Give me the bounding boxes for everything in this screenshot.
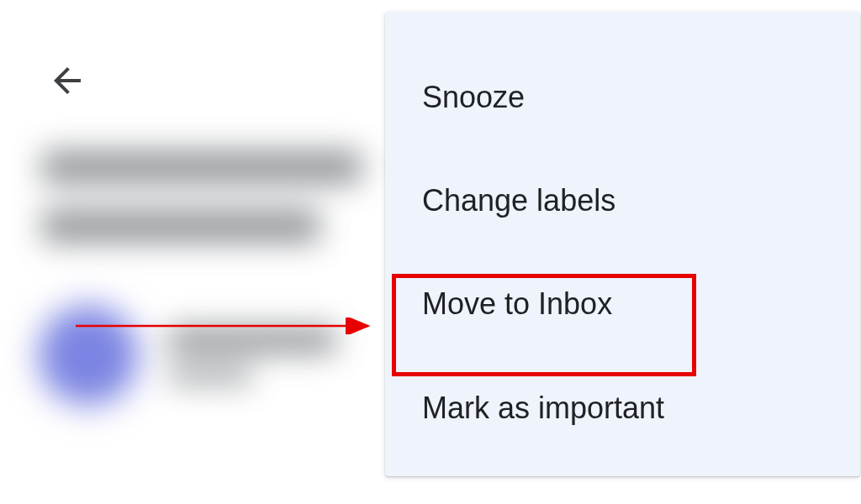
menu-item-label: Snooze <box>422 80 525 114</box>
menu-item-mark-as-important[interactable]: Mark as important <box>385 356 860 459</box>
menu-item-snooze[interactable]: Snooze <box>385 45 860 149</box>
menu-item-label: Change labels <box>422 183 615 218</box>
menu-item-change-labels[interactable]: Change labels <box>385 149 860 252</box>
menu-item-label: Mark as important <box>422 391 664 425</box>
blurred-subject-line <box>42 210 320 242</box>
annotation-arrow <box>76 318 378 334</box>
back-button[interactable] <box>47 60 87 101</box>
back-arrow-icon <box>47 60 87 101</box>
email-content-blurred <box>42 151 395 402</box>
menu-item-move-to-inbox[interactable]: Move to Inbox <box>385 252 860 355</box>
blurred-subject-line <box>42 151 362 183</box>
menu-item-label: Move to Inbox <box>422 286 612 321</box>
overflow-menu: Snooze Change labels Move to Inbox Mark … <box>385 12 860 476</box>
blurred-sender-meta <box>168 368 252 383</box>
